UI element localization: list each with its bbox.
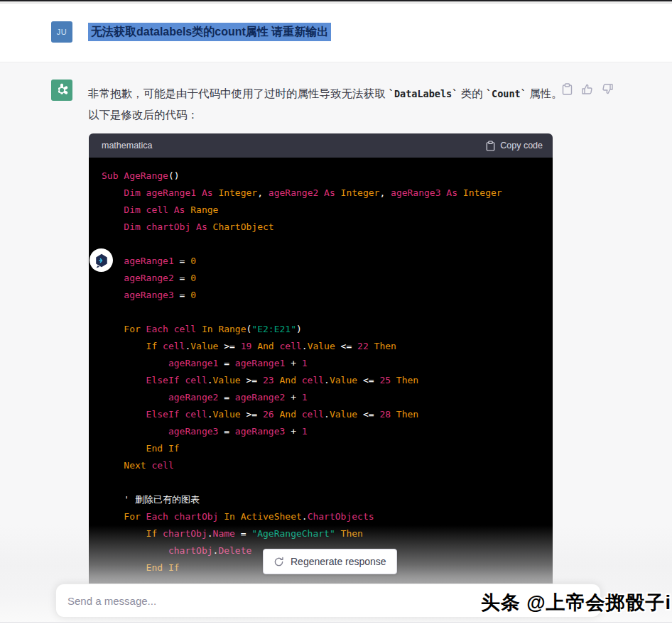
assistant-message-row: 非常抱歉，可能是由于代码中使用了过时的属性导致无法获取 `DataLabels`… — [0, 63, 672, 624]
code-line: Sub AgeRange() — [102, 168, 553, 185]
code-line: ageRange1 = 0 — [102, 253, 553, 270]
code-line: If chartObj.Name = "AgeRangeChart" Then — [102, 525, 553, 542]
floating-code-badge[interactable] — [90, 248, 113, 272]
code-line: Dim cell As Range — [102, 202, 553, 219]
code-line — [102, 474, 553, 491]
code-line: Next cell — [102, 457, 553, 474]
code-badge-icon — [94, 253, 109, 268]
code-line: End If — [102, 440, 553, 457]
assistant-text: 非常抱歉，可能是由于代码中使用了过时的属性导致无法获取 `DataLabels`… — [88, 83, 568, 125]
code-line — [102, 236, 553, 253]
regenerate-response-label: Regenerate response — [291, 556, 386, 567]
code-line: For Each chartObj In ActiveSheet.ChartOb… — [102, 508, 553, 525]
copy-code-button[interactable]: Copy code — [486, 141, 543, 151]
code-line: If cell.Value >= 19 And cell.Value <= 22… — [102, 338, 553, 355]
code-line: ageRange1 = ageRange1 + 1 — [102, 355, 553, 372]
copy-code-label: Copy code — [500, 141, 543, 150]
message-actions — [562, 83, 614, 95]
clipboard-icon[interactable] — [562, 83, 573, 95]
code-line: ElseIf cell.Value >= 26 And cell.Value <… — [102, 406, 553, 423]
code-line: For Each cell In Range("E2:E21") — [102, 321, 553, 338]
code-line: ' 删除已有的图表 — [102, 491, 553, 508]
assistant-avatar — [51, 80, 72, 101]
code-body: Sub AgeRange() Dim ageRange1 As Integer,… — [89, 158, 553, 584]
user-avatar-initials: JU — [57, 28, 67, 36]
code-line: ageRange2 = ageRange2 + 1 — [102, 389, 553, 406]
code-block-header: mathematica Copy code — [89, 133, 553, 158]
code-line: Dim ageRange1 As Integer, ageRange2 As I… — [102, 185, 553, 202]
thumbs-up-icon[interactable] — [581, 83, 593, 95]
top-divider — [0, 1, 672, 4]
code-line — [102, 304, 553, 321]
code-lines: Sub AgeRange() Dim ageRange1 As Integer,… — [102, 168, 553, 576]
user-avatar: JU — [51, 21, 72, 43]
user-message-row: JU 无法获取datalabels类的count属性 请重新输出 — [0, 4, 672, 62]
copy-icon — [486, 141, 495, 151]
user-message-text: 无法获取datalabels类的count属性 请重新输出 — [88, 23, 331, 41]
code-line: ElseIf cell.Value >= 23 And cell.Value <… — [102, 372, 553, 389]
openai-logo-icon — [54, 82, 70, 98]
thumbs-down-icon[interactable] — [602, 83, 614, 95]
code-line: Dim chartObj As ChartObject — [102, 219, 553, 236]
code-line: ageRange2 = 0 — [102, 270, 553, 287]
watermark-text: 头条 @上帝会掷骰子i — [481, 590, 671, 615]
regenerate-response-button[interactable]: Regenerate response — [263, 549, 397, 574]
refresh-icon — [273, 557, 284, 567]
code-language-label: mathematica — [102, 141, 153, 150]
code-block: mathematica Copy code Sub AgeRange() Dim… — [89, 133, 553, 584]
code-line: ageRange3 = 0 — [102, 287, 553, 304]
code-line: ageRange3 = ageRange3 + 1 — [102, 423, 553, 440]
